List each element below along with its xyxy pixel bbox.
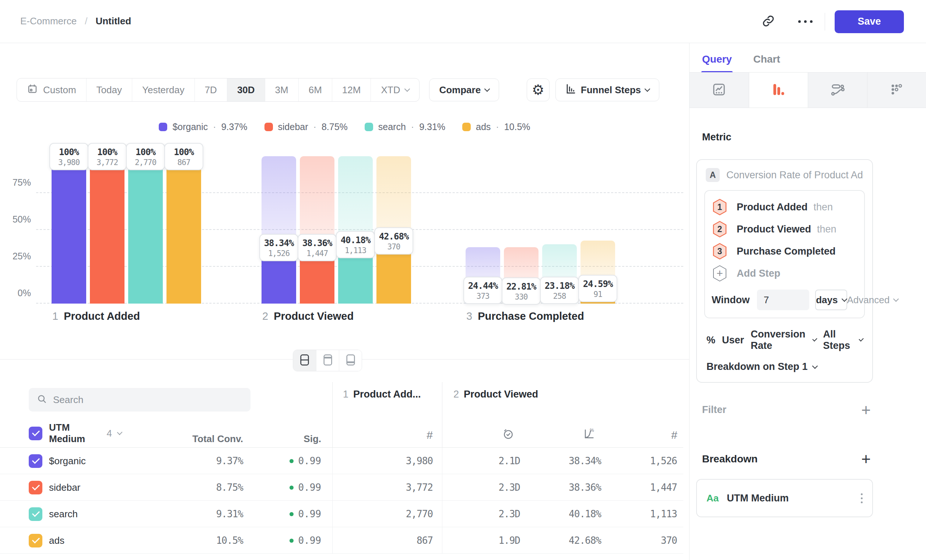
step1-count-cell: 3,980 — [332, 448, 442, 474]
range-3m[interactable]: 3M — [265, 79, 298, 101]
steps-scope-selector[interactable]: All Steps — [823, 328, 854, 351]
funnel-bar[interactable]: 38.34% 1,526 — [262, 156, 296, 304]
funnels-report-tab[interactable] — [749, 73, 808, 107]
breakdown-on-step-selector[interactable]: Breakdown on Step 1 — [707, 361, 862, 372]
funnel-bar[interactable]: 42.68% 370 — [377, 156, 411, 304]
count-metric-icon[interactable]: # — [602, 429, 684, 441]
window-unit-select[interactable]: days — [815, 289, 847, 310]
step-number-badge: 2 — [712, 220, 728, 238]
entity-selector[interactable]: User — [722, 334, 744, 346]
chart-settings-button[interactable]: ⚙ — [527, 79, 549, 101]
bar-value-tooltip: 24.59% 91 — [578, 275, 617, 302]
insights-report-tab[interactable] — [690, 73, 749, 107]
step2-conv-cell: 38.36% — [520, 482, 601, 493]
significance-dot — [289, 486, 294, 490]
add-step-button[interactable]: + Add Step — [712, 262, 858, 285]
count-metric-icon[interactable]: # — [427, 429, 433, 441]
funnel-bar[interactable]: 22.81% 330 — [504, 156, 539, 304]
search-input[interactable] — [53, 394, 230, 406]
legend-item[interactable]: sidebar·8.75% — [265, 121, 348, 132]
funnel-bar[interactable]: 100% 3,772 — [90, 156, 124, 304]
step-axis-label-2: 2Product Viewed — [262, 310, 354, 322]
table-search[interactable] — [29, 388, 250, 412]
funnel-bar[interactable]: 100% 867 — [166, 156, 201, 304]
total-conv-cell: 10.5% — [156, 535, 243, 546]
row-checkbox[interactable] — [29, 507, 42, 521]
select-all-checkbox[interactable] — [29, 427, 42, 440]
metric-type-selector[interactable]: Conversion Rate — [750, 328, 807, 351]
range-30d[interactable]: 30D — [227, 79, 265, 101]
bar-value-tooltip: 100% 3,980 — [49, 143, 88, 170]
view-chart-only-button[interactable] — [316, 350, 339, 371]
total-conv-cell: 9.31% — [156, 509, 243, 519]
tab-chart[interactable]: Chart — [753, 53, 780, 73]
legend-swatch — [462, 123, 471, 131]
row-checkbox[interactable] — [29, 534, 42, 548]
legend-item[interactable]: search·9.31% — [365, 121, 445, 132]
range-xtd[interactable]: XTD — [371, 79, 419, 101]
total-conv-cell: 8.75% — [156, 482, 243, 493]
row-checkbox[interactable] — [29, 454, 42, 468]
chevron-down-icon — [841, 296, 847, 302]
funnel-bar[interactable]: 38.36% 1,447 — [300, 156, 334, 304]
y-axis-tick: 0% — [9, 288, 31, 298]
avg-time-metric-icon[interactable] — [454, 428, 520, 441]
funnel-bar[interactable]: 100% 3,980 — [51, 156, 86, 304]
legend-swatch — [159, 123, 167, 131]
range-today[interactable]: Today — [86, 79, 132, 101]
step2-time-cell: 2.1D — [442, 448, 520, 474]
y-axis-tick: 50% — [9, 214, 31, 225]
legend-item[interactable]: $organic·9.37% — [159, 121, 247, 132]
table-row[interactable]: $organic 9.37% 0.99 3,980 2.1D 38.34% 1,… — [0, 448, 683, 474]
view-split-button[interactable] — [293, 350, 316, 371]
step2-time-cell: 2.3D — [442, 474, 520, 501]
range-7d[interactable]: 7D — [194, 79, 227, 101]
column-header-total-conv[interactable]: Total Conv. — [121, 433, 243, 445]
panel-tabs: Query Chart — [702, 53, 780, 73]
table-row[interactable]: search 9.31% 0.99 2,770 2.3D 40.18% 1,11… — [0, 501, 683, 527]
breadcrumb-parent[interactable]: E-Commerce — [20, 15, 77, 27]
range-yesterday[interactable]: Yesterday — [132, 79, 194, 101]
flows-report-tab[interactable] — [808, 73, 867, 107]
range-custom[interactable]: Custom — [17, 79, 86, 101]
share-link-button[interactable] — [755, 9, 781, 35]
funnel-bar[interactable]: 100% 2,770 — [128, 156, 163, 304]
retention-report-tab[interactable] — [867, 73, 926, 107]
breakdown-property-card[interactable]: Aa UTM Medium — [696, 479, 873, 517]
chevron-down-icon — [893, 296, 899, 302]
chart-type-selector[interactable]: Funnel Steps — [555, 79, 659, 101]
add-breakdown-button[interactable]: + — [861, 454, 871, 465]
query-builder-panel: Query Chart — [690, 43, 926, 560]
view-table-only-button[interactable] — [339, 350, 362, 371]
ellipsis-icon — [798, 20, 813, 23]
breakdown-group-selector[interactable]: UTM Medium 4 — [29, 422, 121, 445]
row-checkbox[interactable] — [29, 481, 42, 495]
funnel-bar[interactable]: 24.44% 373 — [466, 156, 500, 304]
save-button[interactable]: Save — [835, 10, 904, 33]
advanced-toggle[interactable]: Advanced — [847, 294, 898, 306]
range-6m[interactable]: 6M — [298, 79, 332, 101]
funnel-step-group-2: 38.34% 1,526 38.36% 1,447 40.18% 1,113 — [262, 156, 411, 304]
funnel-bar[interactable]: 23.18% 258 — [542, 156, 577, 304]
metric-summary[interactable]: A Conversion Rate of Product Adde... — [704, 168, 865, 182]
legend-item[interactable]: ads·10.5% — [462, 121, 530, 132]
funnel-bar[interactable]: 40.18% 1,113 — [338, 156, 373, 304]
table-row[interactable]: ads 10.5% 0.99 867 1.9D 42.68% 370 — [0, 527, 683, 554]
table-row[interactable]: sidebar 8.75% 0.99 3,772 2.3D 38.36% 1,4… — [0, 474, 683, 501]
breadcrumb-current[interactable]: Untitled — [95, 15, 131, 27]
window-value-input[interactable] — [757, 289, 809, 310]
conversion-rate-metric-icon[interactable]: % — [520, 427, 602, 441]
more-options-button[interactable] — [792, 9, 818, 35]
query-step-3[interactable]: 3 Purchase Completed — [712, 240, 858, 262]
kebab-menu-icon[interactable] — [861, 493, 862, 503]
column-header-sig[interactable]: Sig. — [243, 433, 321, 445]
funnel-bar[interactable]: 24.59% 91 — [581, 156, 615, 304]
add-filter-button[interactable]: + — [861, 404, 871, 416]
chevron-down-icon — [645, 86, 651, 92]
query-step-2[interactable]: 2 Product Viewed then — [712, 218, 858, 240]
filter-section: Filter + — [696, 404, 873, 416]
range-12m[interactable]: 12M — [332, 79, 371, 101]
query-step-1[interactable]: 1 Product Added then — [712, 196, 858, 218]
compare-button[interactable]: Compare — [429, 79, 499, 101]
tab-query[interactable]: Query — [702, 53, 732, 73]
